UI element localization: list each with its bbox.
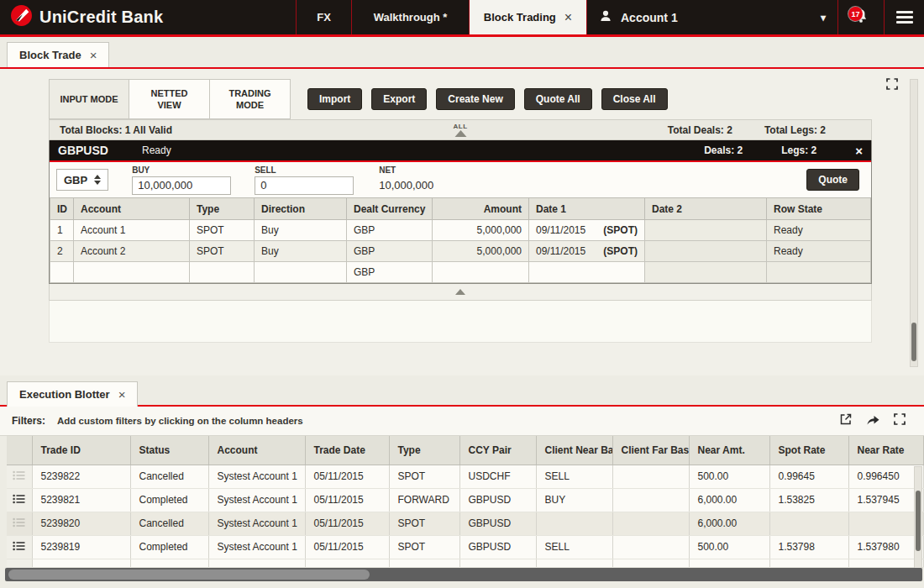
user-icon bbox=[599, 9, 612, 25]
create-new-button[interactable]: Create New bbox=[436, 88, 514, 110]
app-window: UniCredit Bank FX Walkthrough * Block Tr… bbox=[0, 0, 924, 588]
blotter-tab-strip: Execution Blotter × bbox=[0, 375, 924, 407]
brand-name: UniCredit Bank bbox=[39, 8, 163, 27]
horizontal-scrollbar[interactable] bbox=[5, 568, 922, 581]
total-blocks-label: Total Blocks: 1 All Valid bbox=[60, 124, 172, 136]
block-deals-count: Deals: 2 bbox=[704, 144, 743, 156]
buy-label: BUY bbox=[132, 165, 231, 175]
buy-field-group: BUY bbox=[132, 165, 231, 195]
close-all-button[interactable]: Close All bbox=[601, 88, 668, 110]
close-icon[interactable]: × bbox=[564, 10, 572, 25]
hamburger-icon bbox=[896, 8, 913, 26]
brand-logo: UniCredit Bank bbox=[0, 0, 296, 34]
trade-details-icon[interactable] bbox=[13, 542, 25, 554]
blotter-row[interactable]: 5239819 Completed Systest Account 1 05/1… bbox=[7, 535, 924, 559]
currency-block: GBPUSD Ready Deals: 2 Legs: 2 × GBP BUY bbox=[49, 140, 872, 284]
net-field-group: NET 10,000,000 bbox=[379, 165, 433, 195]
filters-label: Filters: bbox=[12, 415, 45, 427]
deals-header-row: ID Account Type Direction Dealt Currency… bbox=[50, 198, 871, 220]
total-legs-label: Total Legs: 2 bbox=[764, 124, 826, 136]
filters-hint: Add custom filters by clicking on the co… bbox=[57, 416, 303, 426]
unicredit-logo-icon bbox=[10, 4, 33, 30]
trade-details-icon[interactable] bbox=[13, 495, 25, 507]
collapse-arrow-icon bbox=[454, 130, 466, 137]
trade-details-icon[interactable] bbox=[13, 471, 25, 483]
icon-column-header bbox=[7, 436, 32, 465]
collapse-arrow-icon bbox=[455, 289, 465, 295]
sell-field-group: SELL bbox=[255, 165, 354, 195]
account-label: Account 1 bbox=[621, 11, 678, 24]
menu-item-fx[interactable]: FX bbox=[296, 0, 351, 34]
blotter-row[interactable]: 5239820 Cancelled Systest Account 1 05/1… bbox=[7, 512, 924, 535]
tab-input-mode[interactable]: INPUT MODE bbox=[49, 79, 129, 119]
collapse-block-control[interactable] bbox=[49, 284, 872, 301]
vertical-scrollbar[interactable] bbox=[914, 466, 922, 569]
buy-amount-input[interactable] bbox=[132, 176, 231, 195]
tab-netted-view[interactable]: NETTED VIEW bbox=[129, 79, 210, 119]
deal-row[interactable]: 2 Account 2 SPOT Buy GBP 5,000,000 09/11… bbox=[50, 241, 871, 262]
close-icon[interactable]: × bbox=[90, 48, 97, 62]
block-status: Ready bbox=[142, 144, 171, 156]
execution-blotter-panel: Execution Blotter × Filters: Add custom … bbox=[0, 375, 924, 588]
expand-icon[interactable] bbox=[886, 78, 898, 93]
block-header: GBPUSD Ready Deals: 2 Legs: 2 × bbox=[50, 140, 871, 162]
chevron-down-icon: ▾ bbox=[821, 12, 826, 24]
sell-amount-input[interactable] bbox=[255, 176, 354, 195]
trade-details-icon[interactable] bbox=[13, 518, 25, 530]
tab-execution-blotter[interactable]: Execution Blotter × bbox=[7, 381, 138, 407]
block-trade-tab-strip: Block Trade × bbox=[0, 37, 924, 69]
filters-bar: Filters: Add custom filters by clicking … bbox=[0, 407, 924, 436]
net-value: 10,000,000 bbox=[379, 176, 433, 195]
quote-all-button[interactable]: Quote All bbox=[524, 88, 592, 110]
deal-row-empty[interactable]: GBP bbox=[50, 262, 871, 283]
amounts-row: GBP BUY SELL NET 10,000,000 bbox=[50, 162, 871, 197]
totals-bar: Total Blocks: 1 All Valid ALL Total Deal… bbox=[49, 119, 872, 140]
deal-row[interactable]: 1 Account 1 SPOT Buy GBP 5,000,000 09/11… bbox=[50, 220, 871, 241]
currency-pair-label: GBPUSD bbox=[58, 144, 142, 157]
mode-tabs-row: INPUT MODE NETTED VIEW TRADING MODE Impo… bbox=[49, 79, 872, 119]
quote-button[interactable]: Quote bbox=[806, 169, 859, 191]
sell-label: SELL bbox=[255, 165, 354, 175]
expand-icon[interactable] bbox=[894, 413, 906, 428]
collapse-all-control[interactable]: ALL bbox=[453, 123, 467, 137]
tab-block-trading[interactable]: Block Trading × bbox=[469, 0, 586, 34]
tab-trading-mode[interactable]: TRADING MODE bbox=[210, 79, 291, 119]
close-icon[interactable]: × bbox=[118, 387, 126, 402]
blotter-table: Trade ID Status Account Trade Date Type … bbox=[7, 436, 924, 568]
notifications-button[interactable]: 17 bbox=[837, 0, 884, 34]
hamburger-menu-button[interactable] bbox=[884, 0, 924, 34]
currency-select[interactable]: GBP bbox=[56, 169, 108, 191]
share-icon[interactable] bbox=[866, 413, 880, 429]
total-deals-label: Total Deals: 2 bbox=[668, 124, 732, 136]
tab-block-trade[interactable]: Block Trade × bbox=[7, 42, 109, 67]
open-external-icon[interactable] bbox=[839, 412, 853, 429]
block-legs-count: Legs: 2 bbox=[781, 144, 816, 156]
net-label: NET bbox=[379, 165, 433, 175]
panel-empty-area bbox=[49, 301, 872, 343]
scrollbar-thumb[interactable] bbox=[916, 491, 921, 551]
menu-item-walkthrough[interactable]: Walkthrough * bbox=[351, 0, 469, 34]
blotter-row[interactable]: 5239822 Cancelled Systest Account 1 05/1… bbox=[7, 465, 924, 488]
blotter-header-row: Trade ID Status Account Trade Date Type … bbox=[7, 436, 924, 465]
account-selector[interactable]: Account 1 ▾ bbox=[586, 0, 837, 34]
top-bar: UniCredit Bank FX Walkthrough * Block Tr… bbox=[0, 0, 924, 37]
import-button[interactable]: Import bbox=[307, 88, 362, 110]
deals-table: ID Account Type Direction Dealt Currency… bbox=[50, 197, 871, 283]
scrollbar-thumb[interactable] bbox=[911, 323, 916, 361]
vertical-scrollbar[interactable] bbox=[910, 79, 918, 367]
blotter-row[interactable]: 5239821 Completed Systest Account 1 05/1… bbox=[7, 488, 924, 512]
block-trade-panel: INPUT MODE NETTED VIEW TRADING MODE Impo… bbox=[0, 69, 924, 375]
export-button[interactable]: Export bbox=[371, 88, 427, 110]
scrollbar-thumb[interactable] bbox=[8, 570, 370, 580]
notification-badge: 17 bbox=[848, 7, 863, 21]
blotter-row-partial bbox=[7, 559, 924, 567]
close-block-icon[interactable]: × bbox=[855, 144, 863, 157]
updown-arrows-icon bbox=[94, 175, 101, 185]
